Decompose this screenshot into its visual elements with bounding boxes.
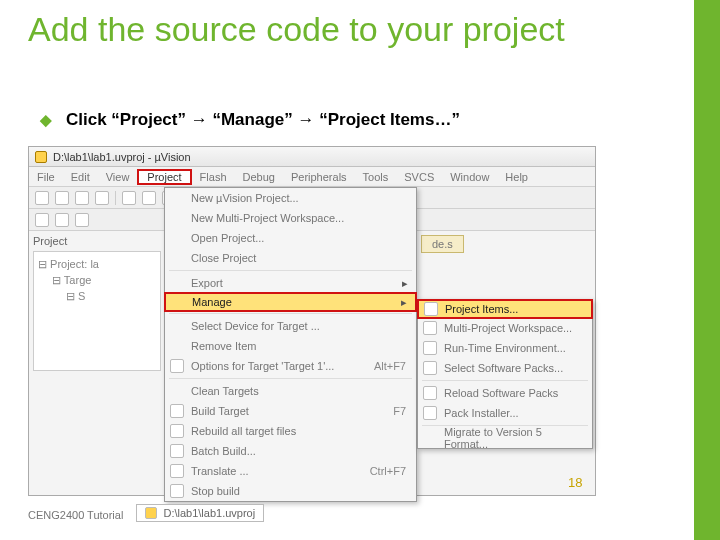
submenu-item[interactable]: Reload Software Packs (418, 383, 592, 403)
project-menu-item[interactable]: Batch Build... (165, 441, 416, 461)
project-menu-item[interactable]: Open Project... (165, 228, 416, 248)
instruction-text: Click “Project” → “Manage” → “Project It… (66, 110, 460, 130)
project-menu-item[interactable]: Remove Item (165, 336, 416, 356)
manage-submenu: Project Items...Multi-Project Workspace.… (417, 299, 593, 449)
page-number: 18 (568, 475, 582, 490)
menu-item-icon (170, 359, 184, 373)
menu-item-icon (424, 302, 438, 316)
menu-item-icon (423, 406, 437, 420)
instruction-line: ◆ Click “Project” → “Manage” → “Project … (40, 110, 460, 130)
submenu-item[interactable]: Run-Time Environment... (418, 338, 592, 358)
menu-svcs[interactable]: SVCS (396, 171, 442, 183)
menu-item-icon (170, 404, 184, 418)
rebuild-icon[interactable] (55, 213, 69, 227)
menu-peripherals[interactable]: Peripherals (283, 171, 355, 183)
tree-root[interactable]: ⊟ Project: la (38, 256, 156, 272)
project-menu-item[interactable]: Translate ...Ctrl+F7 (165, 461, 416, 481)
menu-edit[interactable]: Edit (63, 171, 98, 183)
slide-footer: CENG2400 Tutorial D:\lab1\lab1.uvproj (28, 504, 264, 522)
submenu-item[interactable]: Select Software Packs... (418, 358, 592, 378)
save-icon[interactable] (75, 191, 89, 205)
menu-view[interactable]: View (98, 171, 138, 183)
app-icon (145, 507, 157, 519)
project-menu-item[interactable]: Options for Target 'Target 1'...Alt+F7 (165, 356, 416, 376)
titlebar-text: D:\lab1\lab1.uvproj - µVision (53, 151, 191, 163)
tree-target[interactable]: ⊟ Targe (38, 272, 156, 288)
menu-item-icon (170, 424, 184, 438)
bullet-icon: ◆ (40, 111, 52, 129)
submenu-item[interactable]: Multi-Project Workspace... (418, 318, 592, 338)
slide-title: Add the source code to your project (28, 12, 648, 48)
project-menu-item[interactable]: Manage▸ (164, 292, 417, 312)
menu-project[interactable]: Project (137, 169, 191, 185)
app-icon (35, 151, 47, 163)
menu-item-icon (423, 361, 437, 375)
submenu-arrow-icon: ▸ (402, 277, 408, 290)
menu-item-icon (170, 444, 184, 458)
project-pane-label: Project (33, 235, 67, 247)
project-menu-item[interactable]: Export▸ (165, 273, 416, 293)
menu-item-icon (423, 321, 437, 335)
open-file-icon[interactable] (55, 191, 69, 205)
project-menu-item[interactable]: Clean Targets (165, 381, 416, 401)
menu-flash[interactable]: Flash (192, 171, 235, 183)
project-menu-item[interactable]: New µVision Project... (165, 188, 416, 208)
new-file-icon[interactable] (35, 191, 49, 205)
menu-help[interactable]: Help (497, 171, 536, 183)
submenu-item[interactable]: Migrate to Version 5 Format... (418, 428, 592, 448)
document-tab[interactable]: de.s (421, 235, 464, 253)
menu-item-icon (423, 386, 437, 400)
save-all-icon[interactable] (95, 191, 109, 205)
project-menu-item[interactable]: Rebuild all target files (165, 421, 416, 441)
cut-icon[interactable] (122, 191, 136, 205)
ide-screenshot: D:\lab1\lab1.uvproj - µVision File Edit … (28, 146, 596, 496)
taskbar-tab: D:\lab1\lab1.uvproj (136, 504, 264, 522)
project-menu-item[interactable]: New Multi-Project Workspace... (165, 208, 416, 228)
menubar: File Edit View Project Flash Debug Perip… (29, 167, 595, 187)
project-menu: New µVision Project...New Multi-Project … (164, 187, 417, 502)
project-pane: ⊟ Project: la ⊟ Targe ⊟ S (33, 251, 161, 371)
menu-item-icon (170, 464, 184, 478)
submenu-item[interactable]: Pack Installer... (418, 403, 592, 423)
tree-source[interactable]: ⊟ S (38, 288, 156, 304)
project-menu-item[interactable]: Stop build (165, 481, 416, 501)
project-menu-item[interactable]: Select Device for Target ... (165, 316, 416, 336)
download-icon[interactable] (75, 213, 89, 227)
menu-file[interactable]: File (29, 171, 63, 183)
menu-window[interactable]: Window (442, 171, 497, 183)
submenu-item[interactable]: Project Items... (417, 299, 593, 319)
titlebar: D:\lab1\lab1.uvproj - µVision (29, 147, 595, 167)
copy-icon[interactable] (142, 191, 156, 205)
project-menu-item[interactable]: Build TargetF7 (165, 401, 416, 421)
project-menu-item[interactable]: Close Project (165, 248, 416, 268)
build-icon[interactable] (35, 213, 49, 227)
menu-item-icon (423, 341, 437, 355)
menu-item-icon (170, 484, 184, 498)
menu-tools[interactable]: Tools (355, 171, 397, 183)
submenu-arrow-icon: ▸ (401, 296, 407, 309)
menu-debug[interactable]: Debug (235, 171, 283, 183)
